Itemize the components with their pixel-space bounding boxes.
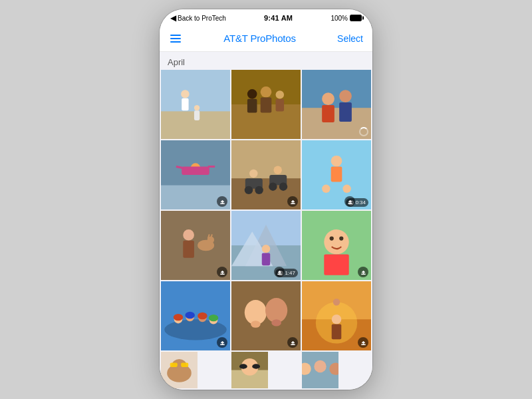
svg-rect-91 [332,324,342,339]
svg-rect-96 [170,363,178,367]
photo-cell[interactable] [161,352,198,388]
photo-cell[interactable] [231,140,301,209]
svg-point-77 [198,313,207,319]
svg-point-30 [245,186,253,194]
nav-bar: AT&T ProPhotos Select [160,25,372,52]
battery-icon [350,15,362,21]
status-bar: ◀ Back to ProTech 9:41 AM 100% [160,9,372,25]
upload-spinner [359,127,368,136]
svg-point-4 [194,105,200,110]
photo-cell[interactable] [231,281,301,350]
partial-photo-row [160,352,372,390]
svg-point-47 [183,229,194,241]
svg-rect-13 [276,99,284,112]
status-time: 9:41 AM [264,14,293,22]
svg-point-90 [333,299,340,305]
svg-point-32 [249,170,257,178]
svg-point-64 [324,229,348,254]
photo-cell[interactable] [302,352,338,388]
photo-cell[interactable] [161,140,230,209]
battery-percent: 100% [331,15,348,22]
app-title: AT&T ProPhotos [223,33,295,44]
photo-cell[interactable] [302,281,371,350]
svg-point-35 [279,182,287,190]
svg-point-105 [314,360,326,372]
photo-cell[interactable] [161,70,230,139]
svg-rect-11 [261,98,272,113]
back-label: Back to ProTech [178,15,226,22]
svg-point-39 [331,156,342,167]
svg-point-76 [185,312,195,319]
svg-point-36 [273,166,281,174]
menu-button[interactable] [169,33,182,44]
svg-rect-40 [331,167,342,182]
svg-point-84 [271,319,281,326]
svg-rect-102 [252,364,260,368]
svg-point-82 [265,298,287,323]
svg-rect-3 [182,98,188,111]
svg-point-10 [261,86,272,98]
svg-point-75 [174,314,184,321]
svg-rect-67 [324,255,348,275]
upload-badge [358,337,368,348]
svg-point-41 [322,185,330,193]
select-button[interactable]: Select [337,33,363,44]
svg-rect-9 [247,99,257,113]
svg-rect-101 [239,364,247,368]
svg-point-2 [181,90,189,98]
photo-cell[interactable] [161,281,230,350]
svg-rect-48 [183,241,194,258]
svg-line-24 [176,167,183,168]
photo-cell[interactable]: 1:47 [231,211,301,280]
upload-badge [287,196,298,207]
battery-fill [350,15,361,21]
svg-rect-5 [194,110,200,120]
photo-cell[interactable] [161,211,230,280]
upload-badge [344,196,355,207]
svg-point-58 [262,245,270,253]
hamburger-line-1 [170,35,181,36]
svg-point-12 [276,90,284,98]
status-battery-area: 100% [331,15,362,22]
video-duration: 1:47 [285,270,295,276]
svg-point-31 [255,186,263,194]
svg-point-89 [332,315,342,325]
photo-cell[interactable] [231,70,301,139]
svg-point-18 [339,90,352,102]
upload-badge [217,267,227,277]
upload-badge [217,196,227,207]
photo-cell[interactable]: 0:34 [302,140,371,209]
video-duration: 0:34 [355,200,366,205]
svg-point-8 [247,89,257,99]
upload-badge [274,267,285,277]
svg-point-78 [209,315,219,321]
svg-point-34 [269,182,277,190]
svg-rect-59 [262,253,270,265]
svg-point-83 [251,321,261,327]
photo-scene-1 [161,70,230,139]
svg-point-66 [339,236,343,240]
photo-scene-2 [231,70,301,139]
svg-rect-17 [322,105,334,122]
photo-scene-13 [161,352,198,388]
upload-badge [217,337,227,348]
upload-badge [287,337,298,348]
photo-cell[interactable] [302,70,371,139]
photo-scene-14 [231,352,268,388]
svg-point-70 [164,319,227,340]
phone-frame: ◀ Back to ProTech 9:41 AM 100% AT&T ProP… [160,9,372,390]
photo-cell[interactable] [302,211,371,280]
svg-rect-19 [339,102,352,122]
photo-grid: 0:34 [160,70,372,352]
photo-scene-15 [302,352,338,388]
svg-rect-97 [181,363,188,367]
hamburger-line-3 [170,41,181,43]
status-back[interactable]: ◀ Back to ProTech [170,13,226,23]
hamburger-line-2 [170,38,181,39]
svg-point-16 [322,92,334,105]
back-chevron-icon: ◀ [170,13,176,23]
svg-point-42 [342,185,350,193]
content-area: April [160,52,372,390]
svg-point-65 [330,236,334,240]
photo-cell[interactable] [231,352,268,388]
